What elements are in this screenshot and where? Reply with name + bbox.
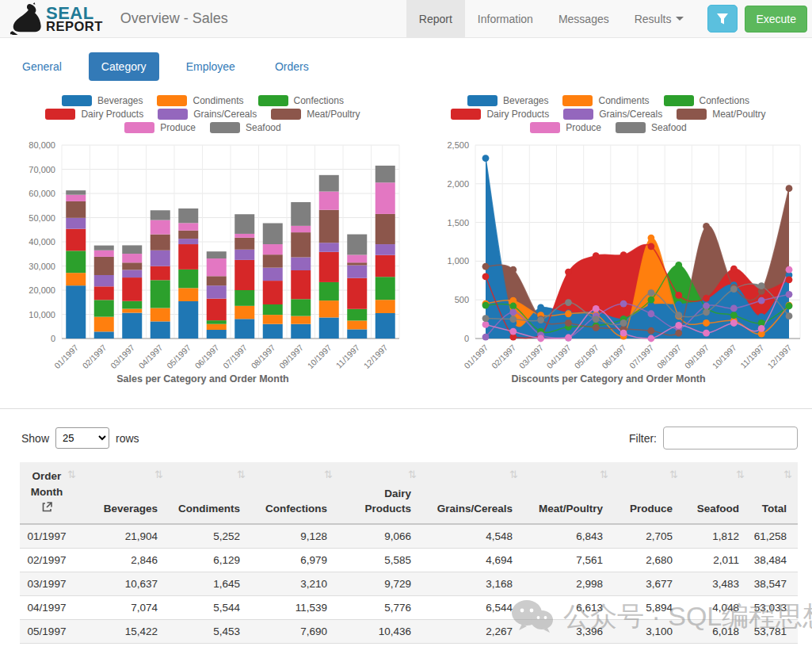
legend-item-grains-cereals[interactable]: Grains/Cereals (158, 109, 257, 120)
sort-icon[interactable]: ⇅ (669, 468, 678, 483)
discounts-chart-plot[interactable]: 05001,0001,5002,0002,50001/199702/199703… (406, 136, 811, 373)
tab-report[interactable]: Report (406, 0, 465, 37)
column-header-produce[interactable]: Produce⇅ (614, 462, 684, 524)
legend-item-produce[interactable]: Produce (124, 122, 196, 133)
legend-item-confections[interactable]: Confections (664, 95, 749, 106)
execute-button[interactable]: Execute (745, 6, 807, 33)
sales-chart-plot[interactable]: 010,00020,00030,00040,00050,00060,00070,… (0, 136, 406, 373)
legend-item-beverages[interactable]: Beverages (62, 95, 143, 106)
point-seafood (593, 316, 600, 323)
x-tick-label: 09/1997 (277, 342, 305, 370)
bar-segment-seafood (178, 208, 198, 223)
bar-segment-confections (178, 270, 198, 288)
legend-item-condiments[interactable]: Condiments (157, 95, 243, 106)
point-seafood (703, 308, 710, 316)
cell-dairy-products: 5,776 (338, 595, 422, 619)
column-header-grains-cereals[interactable]: Grains/Cereals⇅ (422, 462, 524, 524)
point-dairy-products (703, 295, 710, 302)
legend-item-meat-poultry[interactable]: Meat/Poultry (677, 109, 765, 120)
tab-results-dropdown[interactable]: Results (622, 0, 697, 37)
bar-segment-condiments (291, 316, 311, 324)
legend-item-grains-cereals[interactable]: Grains/Cereals (563, 109, 662, 120)
tab-information[interactable]: Information (465, 0, 546, 37)
legend-swatch (562, 95, 593, 106)
tab-general[interactable]: General (10, 52, 74, 81)
bar-segment-seafood (347, 235, 367, 255)
cell-meat-poultry: 6,613 (524, 595, 614, 619)
cell-grains-cereals: 4,548 (422, 524, 524, 549)
y-tick-label: 0 (51, 334, 55, 343)
bar-segment-beverages (207, 330, 227, 339)
bar-segment-dairy-products (263, 281, 283, 304)
column-header-confections[interactable]: Confections⇅ (251, 462, 338, 524)
table-row[interactable]: 01/199721,9045,2529,1289,0664,5486,8432,… (20, 524, 798, 549)
tab-employee[interactable]: Employee (173, 52, 248, 81)
point-beverages (537, 304, 544, 312)
table-row[interactable]: 02/19972,8466,1296,9795,5854,6947,5612,6… (20, 548, 798, 572)
bar-segment-confections (234, 290, 254, 306)
tab-category[interactable]: Category (89, 52, 159, 81)
column-header-meat-poultry[interactable]: Meat/Poultry⇅ (524, 462, 614, 524)
bar-segment-produce (234, 234, 254, 238)
filter-input[interactable] (663, 427, 798, 450)
page-size-select[interactable]: 25 (55, 427, 109, 449)
column-header-seafood[interactable]: Seafood⇅ (684, 462, 750, 524)
sort-icon[interactable]: ⇅ (736, 468, 745, 483)
sort-icon[interactable]: ⇅ (408, 468, 417, 483)
sort-icon[interactable]: ⇅ (237, 468, 246, 483)
legend-item-confections[interactable]: Confections (258, 95, 344, 106)
seal-report-logo[interactable]: SEAL REPORT (0, 0, 108, 37)
point-confections (675, 262, 682, 269)
caret-down-icon (676, 17, 684, 21)
sort-icon[interactable]: ⇅ (154, 468, 163, 483)
column-header-order-month[interactable]: Order Month⇅ (20, 462, 82, 524)
point-beverages (675, 301, 682, 308)
cell-beverages: 7,074 (82, 595, 169, 619)
legend-swatch (157, 95, 187, 106)
y-tick-label: 2,000 (447, 179, 469, 189)
column-header-total[interactable]: Total⇅ (750, 462, 798, 524)
cell-grains-cereals: 4,694 (422, 548, 524, 572)
legend-item-dairy-products[interactable]: Dairy Products (45, 109, 143, 120)
cell-beverages: 10,637 (82, 572, 169, 595)
legend-label: Seafood (246, 122, 281, 133)
column-header-condiments[interactable]: Condiments⇅ (169, 462, 251, 524)
sort-icon[interactable]: ⇅ (324, 468, 333, 483)
cell-total: 53,781 (750, 619, 798, 643)
legend-item-beverages[interactable]: Beverages (467, 95, 548, 106)
x-tick-label: 02/1997 (490, 342, 517, 370)
table-row[interactable]: 04/19977,0745,54411,5395,7766,5446,6135,… (20, 595, 798, 619)
column-header-label: Beverages (85, 501, 158, 517)
point-beverages (758, 313, 765, 320)
sort-icon[interactable]: ⇅ (67, 468, 76, 483)
x-tick-label: 06/1997 (600, 342, 627, 370)
tab-messages[interactable]: Messages (546, 0, 622, 37)
sort-icon[interactable]: ⇅ (600, 468, 608, 483)
point-condiments (703, 319, 710, 327)
tab-orders[interactable]: Orders (262, 52, 322, 81)
legend-item-condiments[interactable]: Condiments (562, 95, 649, 106)
table-row[interactable]: 05/199715,4225,4537,69010,4362,2673,3963… (20, 619, 798, 643)
drill-link-icon[interactable] (42, 501, 52, 517)
point-seafood (565, 299, 572, 306)
legend-item-dairy-products[interactable]: Dairy Products (451, 109, 549, 120)
legend-item-produce[interactable]: Produce (530, 122, 601, 133)
column-header-dairy-products[interactable]: Dairy Products⇅ (338, 462, 422, 524)
column-header-label: Order Month (23, 469, 71, 499)
bar-04/1997 (151, 210, 170, 339)
column-header-beverages[interactable]: Beverages⇅ (82, 462, 169, 524)
legend-item-meat-poultry[interactable]: Meat/Poultry (271, 109, 360, 120)
x-tick-label: 01/1997 (462, 342, 490, 370)
legend-item-seafood[interactable]: Seafood (210, 122, 281, 133)
sort-icon[interactable]: ⇅ (783, 468, 792, 483)
rows-label: rows (116, 432, 139, 445)
legend-item-seafood[interactable]: Seafood (616, 122, 687, 133)
bar-segment-meat-poultry (263, 254, 283, 267)
table-row[interactable]: 03/199710,6371,6453,2109,7293,1682,9983,… (20, 572, 798, 595)
sort-icon[interactable]: ⇅ (509, 468, 518, 483)
point-meat-poultry (565, 319, 572, 327)
legend-label: Grains/Cereals (599, 109, 662, 120)
legend-label: Condiments (193, 95, 243, 106)
point-confections (786, 303, 793, 310)
filter-button[interactable] (707, 5, 738, 33)
